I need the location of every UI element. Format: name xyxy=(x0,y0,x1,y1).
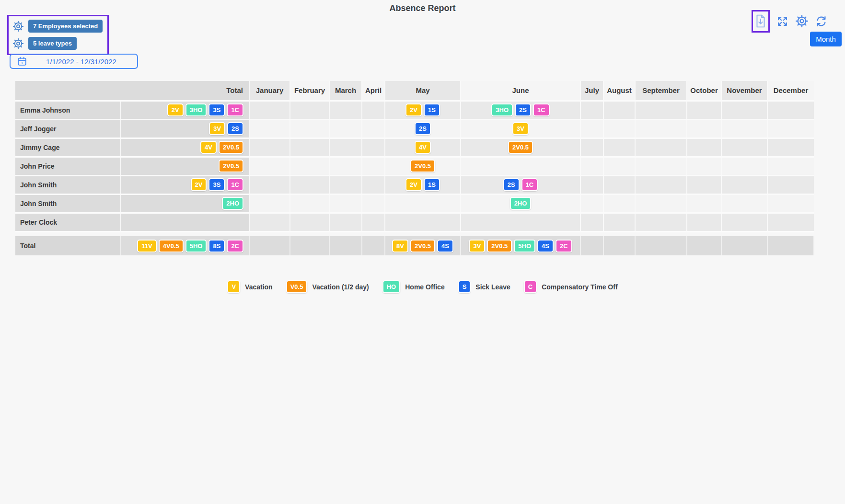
month-cell-july xyxy=(580,194,603,213)
employee-total-cell: 2V3S1C xyxy=(121,175,249,194)
month-cell-march xyxy=(329,101,362,119)
month-cell-september xyxy=(635,138,687,157)
employee-total-cell: 4V2V0.5 xyxy=(121,138,249,157)
page-title: Absence Report xyxy=(0,3,845,13)
month-header-march: March xyxy=(329,81,362,101)
legend-badge-ho: HO xyxy=(382,280,401,293)
month-cell-march xyxy=(329,119,362,138)
spacer-row xyxy=(15,231,814,236)
export-button[interactable] xyxy=(755,14,766,28)
month-header-january: January xyxy=(249,81,290,101)
month-cell-may: 2V1S xyxy=(385,101,461,119)
month-cell-february xyxy=(290,157,329,175)
absence-badge-c: 2C xyxy=(227,240,243,252)
expand-icon xyxy=(776,15,789,28)
leave-types-button[interactable]: 5 leave types xyxy=(28,37,77,50)
month-cell-december xyxy=(767,101,814,119)
month-cell-march xyxy=(329,157,362,175)
legend-badge-v05: V0.5 xyxy=(286,280,308,293)
header-row: TotalJanuaryFebruaryMarchAprilMayJuneJul… xyxy=(15,81,814,101)
month-cell-july xyxy=(580,157,603,175)
month-cell-april xyxy=(362,194,385,213)
month-cell-june: 2HO xyxy=(461,194,580,213)
month-header-february: February xyxy=(290,81,329,101)
month-cell-january xyxy=(249,119,290,138)
absence-badge-v05: 2V0.5 xyxy=(219,160,243,172)
absence-table: TotalJanuaryFebruaryMarchAprilMayJuneJul… xyxy=(15,81,814,255)
employee-row: Peter Clock xyxy=(15,213,814,231)
employee-row: Emma Johnson2V3HO3S1C2V1S3HO2S1C xyxy=(15,101,814,119)
absence-badge-v: 3V xyxy=(469,240,485,252)
month-cell-march xyxy=(329,138,362,157)
month-cell-november xyxy=(721,175,767,194)
gear-icon xyxy=(12,21,24,32)
grand-month-cell-december xyxy=(767,236,814,255)
month-header-december: December xyxy=(767,81,814,101)
legend-label: Compensatory Time Off xyxy=(542,283,617,291)
employee-row: John Price2V0.52V0.5 xyxy=(15,157,814,175)
month-cell-december xyxy=(767,157,814,175)
month-cell-june: 3HO2S1C xyxy=(461,101,580,119)
month-cell-june xyxy=(461,213,580,231)
refresh-button[interactable] xyxy=(815,15,828,28)
settings-button[interactable] xyxy=(795,14,809,28)
employee-row: Jeff Jogger3V2S2S3V xyxy=(15,119,814,138)
employee-row: John Smith2HO2HO xyxy=(15,194,814,213)
grand-month-cell-november xyxy=(721,236,767,255)
grand-month-cell-march xyxy=(329,236,362,255)
absence-badge-s: 3S xyxy=(208,178,225,191)
leave-types-settings-button[interactable] xyxy=(12,38,24,49)
month-cell-october xyxy=(687,157,721,175)
employees-settings-button[interactable] xyxy=(12,21,24,32)
month-cell-july xyxy=(580,119,603,138)
month-header-april: April xyxy=(362,81,385,101)
grand-month-cell-june: 3V2V0.55HO4S2C xyxy=(461,236,580,255)
month-cell-april xyxy=(362,157,385,175)
month-cell-december xyxy=(767,194,814,213)
absence-badge-c: 2C xyxy=(556,240,572,252)
month-cell-july xyxy=(580,213,603,231)
month-cell-june: 2S1C xyxy=(461,175,580,194)
date-range-picker[interactable]: 1 1/1/2022 - 12/31/2022 xyxy=(10,54,138,69)
absence-badge-s: 2S xyxy=(227,122,243,135)
employees-filter-row: 7 Employees selected xyxy=(12,20,103,33)
month-cell-december xyxy=(767,213,814,231)
employee-name: John Smith xyxy=(15,175,121,194)
month-cell-october xyxy=(687,101,721,119)
settings-icon xyxy=(795,14,809,28)
month-cell-september xyxy=(635,119,687,138)
month-cell-october xyxy=(687,194,721,213)
fullscreen-button[interactable] xyxy=(776,15,789,28)
absence-badge-v: 4V xyxy=(415,141,431,154)
filters-highlight-box: 7 Employees selected 5 leave types xyxy=(7,15,109,55)
month-cell-december xyxy=(767,119,814,138)
absence-badge-v: 4V xyxy=(200,141,217,154)
absence-badge-ho: 3HO xyxy=(185,103,207,116)
month-cell-june xyxy=(461,157,580,175)
employees-selected-button[interactable]: 7 Employees selected xyxy=(28,20,103,33)
absence-badge-s: 2S xyxy=(415,122,431,135)
absence-badge-v: 2V xyxy=(405,103,422,116)
month-cell-august xyxy=(603,101,635,119)
legend-badge-c: C xyxy=(524,280,537,293)
month-header-may: May xyxy=(385,81,461,101)
month-cell-january xyxy=(249,175,290,194)
export-highlight-box xyxy=(752,10,770,33)
month-cell-april xyxy=(362,101,385,119)
legend-badge-v: V xyxy=(227,280,240,293)
month-cell-september xyxy=(635,157,687,175)
absence-badge-v05: 2V0.5 xyxy=(410,240,435,252)
refresh-icon xyxy=(815,15,828,28)
month-cell-february xyxy=(290,138,329,157)
month-cell-january xyxy=(249,157,290,175)
month-cell-march xyxy=(329,194,362,213)
grand-month-cell-september xyxy=(635,236,687,255)
employee-total-cell xyxy=(121,213,249,231)
absence-badge-s: 2S xyxy=(515,103,531,116)
absence-badge-c: 1C xyxy=(521,178,538,191)
month-header-september: September xyxy=(635,81,687,101)
view-mode-month-button[interactable]: Month xyxy=(810,32,842,46)
employee-total-cell: 2V3HO3S1C xyxy=(121,101,249,119)
grand-month-cell-february xyxy=(290,236,329,255)
legend-label: Vacation (1/2 day) xyxy=(312,283,369,291)
